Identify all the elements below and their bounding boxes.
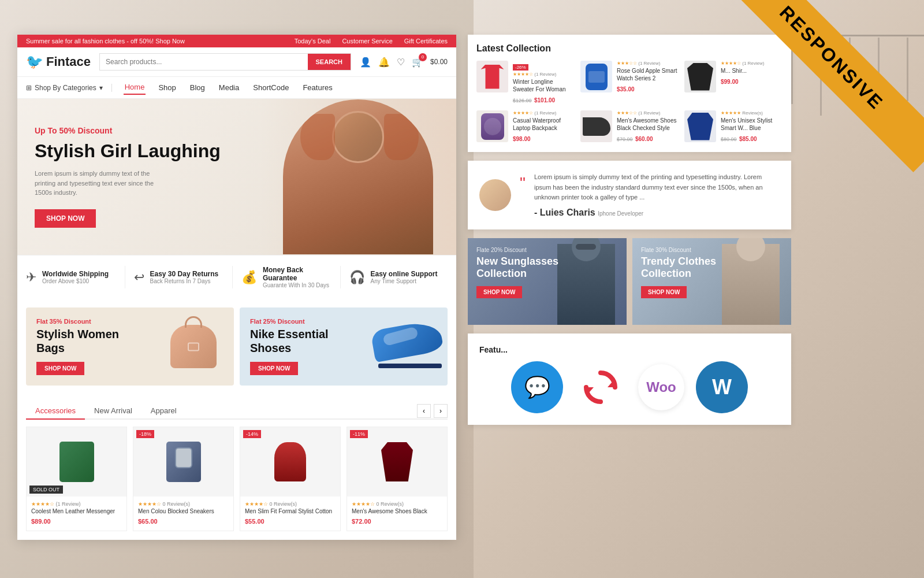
collection-item-image [684, 110, 716, 142]
sync-icon [580, 367, 621, 407]
wishlist-icon[interactable]: ♡ [397, 57, 405, 68]
cart-icon[interactable]: 🛒 0 [412, 57, 423, 68]
header-icons: 👤 🔔 ♡ 🛒 0 $0.00 [360, 57, 448, 68]
sale-text: Summer sale for all fashion clothes - of… [26, 38, 185, 45]
tab-prev-button[interactable]: ‹ [417, 404, 431, 418]
collection-price: $35.00 [617, 86, 635, 92]
tab-new-arrival[interactable]: New Arrival [85, 403, 141, 420]
latest-collection: Latest Collection -26% ★★★★☆ (1 Review) … [468, 35, 791, 152]
tab-accessories[interactable]: Accessories [26, 403, 85, 420]
collection-item-image [580, 110, 612, 142]
search-input[interactable] [100, 54, 307, 70]
watch-screen [588, 71, 605, 83]
user-icon[interactable]: 👤 [360, 57, 371, 68]
logo[interactable]: 🐦 Fintace [26, 54, 91, 70]
product-name: Coolest Men Leather Messenger [31, 508, 122, 514]
tab-apparel[interactable]: Apparel [141, 403, 186, 420]
nav-media[interactable]: Media [218, 81, 240, 94]
collection-price-old: $70.00 [617, 136, 633, 142]
woocommerce-logo[interactable]: Woo [638, 364, 684, 410]
product-card[interactable]: SOLD OUT ★★★★☆ (1 Review) Coolest Men Le… [26, 427, 127, 531]
discount-badge: -14% [243, 430, 261, 438]
bell-icon[interactable]: 🔔 [378, 57, 390, 68]
testimonial-avatar [479, 179, 511, 211]
nav-blog[interactable]: Blog [189, 81, 206, 94]
product-reviews: 0 Review(s) [270, 501, 297, 507]
product-card[interactable]: -14% ★★★★☆ 0 Review(s) Men Slim Fit Form… [240, 427, 341, 531]
promo-bags-btn[interactable]: SHOP NOW [36, 362, 84, 375]
collection-name: Men's Unisex Stylist Smart W... Blue [721, 117, 783, 132]
product-stars: ★★★★☆ 0 Review(s) [352, 501, 442, 507]
head-shape [572, 238, 601, 261]
todays-deal-link[interactable]: Today's Deal [295, 38, 331, 45]
promo-clothes-title: Trendy ClothesCollection [641, 255, 716, 280]
sold-out-badge: SOLD OUT [29, 486, 63, 494]
author-role: Iphone Developer [598, 210, 643, 217]
feature-support-title: Easy online Support [371, 270, 438, 278]
collection-item[interactable]: -26% ★★★★☆ (1 Review) Winter Longline Sw… [476, 61, 575, 105]
customer-service-link[interactable]: Customer Service [342, 38, 392, 45]
feature-money-sub: Guarante With In 30 Days [263, 282, 331, 288]
promo-shoes-image [372, 324, 442, 370]
feature-returns-title: Easy 30 Day Returns [150, 270, 219, 278]
woman-silhouette [722, 244, 780, 325]
collection-item[interactable]: ★★★★☆ (1 Review) Casual Waterproof Lapto… [476, 110, 575, 143]
categories-label: Shop By Categories [35, 84, 96, 92]
collection-name: Men's Awesome Shoes Black Checked Style [617, 117, 679, 132]
hero-discount: Up To 50% Discount [35, 126, 439, 135]
watch-face [175, 447, 192, 468]
main-panel: Summer sale for all fashion clothes - of… [17, 35, 456, 540]
shoe-shape [370, 319, 444, 362]
nav-categories[interactable]: ⊞ Shop By Categories ▾ [26, 84, 112, 92]
sync-logo[interactable] [575, 361, 627, 413]
product-price: $72.00 [352, 518, 371, 525]
gift-certificates-link[interactable]: Gift Certificates [404, 38, 448, 45]
feature-shipping-sub: Order Above $100 [42, 278, 109, 284]
product-image: -14% [240, 427, 340, 497]
shipping-icon: ✈ [26, 270, 36, 285]
promo-clothes-image [722, 238, 791, 325]
logo-text: Fintace [46, 54, 91, 69]
collection-item[interactable]: ★★★☆☆ (1 Review) Men's Awesome Shoes Bla… [580, 110, 679, 143]
bag-shape [170, 325, 217, 368]
nav-shortcode[interactable]: ShortCode [252, 81, 290, 94]
nav-home[interactable]: Home [124, 80, 146, 95]
tab-navigation: ‹ › [417, 404, 448, 418]
tabs-section: Accessories New Arrival Apparel ‹ › SOLD… [17, 394, 456, 540]
product-card[interactable]: -18% ★★★★☆ 0 Review(s) Men Colou Blocked… [133, 427, 234, 531]
collection-item[interactable]: ★★★★★ Review(s) Men's Unisex Stylist Sma… [684, 110, 783, 143]
promo-clothes[interactable]: Flate 30% Discount Trendy ClothesCollect… [632, 238, 791, 325]
top-bar: Summer sale for all fashion clothes - of… [17, 35, 456, 47]
collection-item[interactable]: ★★★★☆ (1 Review) M... Shir... $99.00 [684, 61, 783, 105]
wordpress-logo[interactable]: W [696, 361, 748, 413]
collection-name: Casual Waterproof Laptop Backpack [513, 117, 575, 132]
collection-item-image [580, 61, 612, 92]
product-price: $55.00 [245, 518, 264, 525]
collection-item[interactable]: ★★★☆☆ (1 Review) Rose Gold Apple Smart W… [580, 61, 679, 105]
hanger [820, 38, 822, 116]
feature-shipping: ✈ Worldwide Shipping Order Above $100 [26, 266, 125, 288]
search-button[interactable]: SEARCH [308, 54, 351, 70]
product-reviews: (1 Review) [56, 501, 81, 507]
collection-stars: ★★★★☆ (1 Review) [721, 61, 783, 66]
collection-name: M... Shir... [721, 67, 783, 75]
nav-features[interactable]: Features [301, 81, 333, 94]
promo-sunglasses-title: New SunglassesCollection [476, 255, 558, 280]
collection-item-image [476, 61, 508, 92]
collection-item-image [684, 61, 716, 92]
featured-logos: Featu... 💬 Woo W [468, 334, 791, 425]
promo-sunglasses[interactable]: Flate 20% Discount New SunglassesCollect… [468, 238, 627, 325]
product-stars: ★★★★☆ 0 Review(s) [138, 501, 229, 507]
promo-sunglasses-btn[interactable]: SHOP NOW [476, 286, 522, 298]
watch-dial [484, 118, 501, 135]
chat-logo[interactable]: 💬 [511, 361, 563, 413]
tab-next-button[interactable]: › [434, 404, 448, 418]
nav-shop[interactable]: Shop [157, 81, 177, 94]
hero-shop-button[interactable]: SHOP NOW [35, 209, 96, 228]
product-card[interactable]: -11% ★★★★☆ 0 Review(s) Men's Awesome Sho… [346, 427, 448, 531]
support-icon: 🎧 [349, 270, 365, 285]
product-stars: ★★★★☆ (1 Review) [31, 501, 122, 507]
promo-shoes-btn[interactable]: SHOP NOW [250, 362, 298, 375]
shoe-shape [583, 117, 610, 136]
promo-clothes-btn[interactable]: SHOP NOW [641, 286, 687, 298]
